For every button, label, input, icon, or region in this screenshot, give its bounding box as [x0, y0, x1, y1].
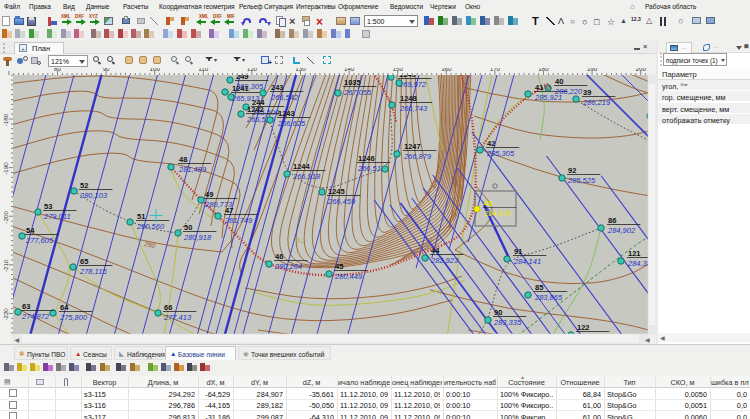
svg-text:63: 63 — [22, 302, 30, 311]
svg-text:45: 45 — [335, 262, 343, 271]
svg-text:-220: -220 — [2, 308, 9, 321]
svg-text:280,918: 280,918 — [183, 233, 212, 242]
svg-text:43: 43 — [484, 199, 492, 208]
svg-text:170: 170 — [490, 68, 501, 72]
svg-text:-190: -190 — [2, 162, 9, 175]
svg-text:64: 64 — [60, 303, 69, 312]
svg-text:200: 200 — [636, 68, 647, 72]
svg-text:65: 65 — [80, 257, 88, 266]
svg-text:1247: 1247 — [404, 142, 421, 151]
svg-text:51: 51 — [137, 212, 145, 221]
svg-text:90: 90 — [103, 68, 110, 72]
svg-text:91: 91 — [514, 247, 522, 256]
svg-text:◀: ◀ — [15, 337, 20, 343]
svg-text:1245: 1245 — [328, 187, 345, 196]
svg-text:49: 49 — [205, 190, 213, 199]
svg-text:266,879: 266,879 — [403, 152, 432, 161]
svg-text:40: 40 — [555, 77, 563, 86]
svg-text:280,264: 280,264 — [274, 262, 302, 271]
svg-text:266,542: 266,542 — [270, 93, 299, 102]
svg-text:54: 54 — [26, 226, 35, 235]
svg-text:1248: 1248 — [400, 94, 417, 103]
svg-text:282,923: 282,923 — [430, 256, 459, 265]
svg-text:284,574: 284,574 — [483, 209, 511, 218]
svg-text:284,141: 284,141 — [513, 257, 541, 266]
svg-text:86: 86 — [608, 216, 616, 225]
svg-text:266,625: 266,625 — [277, 119, 306, 128]
svg-text:52: 52 — [80, 181, 88, 190]
svg-text:284,902: 284,902 — [607, 226, 636, 235]
svg-text:120: 120 — [247, 68, 258, 72]
svg-text:1241: 1241 — [232, 84, 249, 93]
svg-text:281,749: 281,749 — [224, 216, 253, 225]
svg-text:110: 110 — [198, 68, 208, 72]
svg-text:92: 92 — [568, 166, 576, 175]
svg-text:277,413: 277,413 — [163, 313, 192, 322]
svg-text:41: 41 — [535, 83, 543, 92]
svg-text:243: 243 — [271, 83, 284, 92]
svg-text:266,743: 266,743 — [399, 104, 428, 113]
svg-text:100: 100 — [150, 68, 161, 72]
svg-text:53: 53 — [44, 202, 52, 211]
svg-text:277,605: 277,605 — [25, 236, 54, 245]
svg-text:47: 47 — [225, 206, 233, 215]
svg-text:280,449: 280,449 — [334, 272, 363, 281]
svg-text:80: 80 — [54, 68, 61, 72]
svg-text:280,103: 280,103 — [79, 191, 108, 200]
svg-text:286,220: 286,220 — [554, 87, 583, 96]
svg-text:42: 42 — [487, 139, 495, 148]
svg-text:280,560: 280,560 — [136, 222, 165, 231]
svg-text:1243: 1243 — [278, 109, 295, 118]
svg-text:1035: 1035 — [344, 78, 361, 87]
svg-text:283,865: 283,865 — [534, 293, 563, 302]
svg-text:160: 160 — [441, 68, 452, 72]
svg-text:-210: -210 — [2, 259, 9, 272]
svg-text:130: 130 — [295, 68, 306, 72]
svg-text:281,489: 281,489 — [178, 165, 207, 174]
svg-text:279,011: 279,011 — [43, 212, 71, 221]
svg-text:283,335: 283,335 — [493, 318, 522, 327]
svg-text:◀: ◀ — [645, 337, 650, 343]
svg-text:180: 180 — [538, 68, 549, 72]
svg-text:285,305: 285,305 — [486, 149, 515, 158]
svg-text:266,918: 266,918 — [292, 172, 321, 181]
svg-text:-200: -200 — [2, 210, 9, 223]
svg-text:190: 190 — [587, 68, 598, 72]
svg-text:275,800: 275,800 — [59, 313, 88, 322]
svg-text:266,459: 266,459 — [327, 197, 356, 206]
svg-text:286,219: 286,219 — [582, 98, 611, 107]
svg-text:1246: 1246 — [358, 154, 375, 163]
svg-text:85: 85 — [535, 283, 543, 292]
svg-text:1242: 1242 — [247, 105, 264, 114]
svg-text:66: 66 — [164, 303, 172, 312]
svg-text:90: 90 — [494, 308, 502, 317]
svg-text:278,115: 278,115 — [79, 267, 107, 276]
svg-text:48: 48 — [179, 155, 187, 164]
svg-text:50: 50 — [184, 223, 192, 232]
svg-text:274,872: 274,872 — [21, 312, 50, 321]
svg-text:140: 140 — [344, 68, 355, 72]
svg-text:285,525: 285,525 — [567, 176, 596, 185]
svg-text:-180: -180 — [2, 113, 9, 126]
svg-text:267,055: 267,055 — [343, 88, 372, 97]
svg-text:46: 46 — [275, 252, 283, 261]
svg-text:1244: 1244 — [293, 162, 311, 171]
svg-text:150: 150 — [393, 68, 404, 72]
svg-text:39: 39 — [583, 88, 591, 97]
svg-text:122: 122 — [577, 323, 590, 332]
svg-text:44: 44 — [431, 246, 440, 255]
svg-text:121: 121 — [628, 249, 641, 258]
